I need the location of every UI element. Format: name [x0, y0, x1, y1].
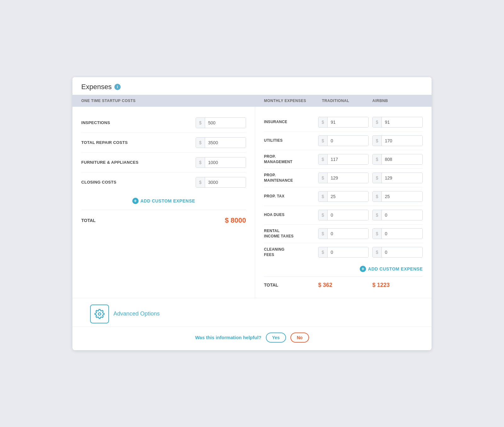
- right-traditional-input-group: $: [318, 247, 369, 258]
- card-header: Expenses i: [72, 77, 432, 95]
- right-traditional-input-group: $: [318, 135, 369, 146]
- left-expense-input[interactable]: [205, 177, 246, 187]
- add-icon: +: [132, 198, 139, 204]
- right-airbnb-input-group: $: [372, 228, 423, 239]
- currency-prefix: $: [318, 210, 328, 220]
- right-expense-label: RENTALINCOME TAXES: [264, 228, 314, 239]
- col-header-monthly: MONTHLY EXPENSES: [264, 99, 322, 103]
- right-expense-row: PROP. TAX $ $: [264, 187, 423, 206]
- right-add-custom-expense-button[interactable]: + ADD CUSTOM EXPENSE: [264, 261, 423, 277]
- right-traditional-input-group: $: [318, 154, 369, 165]
- gear-box[interactable]: [90, 305, 109, 323]
- right-airbnb-input[interactable]: [382, 191, 422, 202]
- left-expense-input[interactable]: [205, 138, 246, 148]
- left-column: INSPECTIONS $ TOTAL REPAIR COSTS $ FURNI…: [72, 107, 255, 298]
- info-icon[interactable]: i: [114, 84, 121, 90]
- right-total-row: TOTAL $ 362 $ 1223: [264, 277, 423, 292]
- add-custom-label: ADD CUSTOM EXPENSE: [140, 198, 195, 203]
- currency-prefix: $: [373, 210, 382, 220]
- left-expense-input[interactable]: [205, 118, 246, 128]
- col-header-traditional: TRADITIONAL: [322, 99, 372, 103]
- left-total-label: TOTAL: [81, 218, 95, 223]
- right-column: INSURANCE $ $ UTILITIES $ $ PROP.MANAGEM…: [255, 107, 432, 298]
- currency-prefix: $: [318, 247, 328, 257]
- right-traditional-input[interactable]: [328, 229, 368, 239]
- right-traditional-input[interactable]: [328, 136, 368, 146]
- currency-prefix: $: [318, 154, 328, 164]
- currency-prefix: $: [196, 138, 205, 148]
- currency-prefix: $: [318, 136, 328, 146]
- currency-prefix: $: [373, 117, 382, 127]
- right-add-icon: +: [360, 266, 366, 272]
- right-expense-row: CLEANINGFEES $ $: [264, 243, 423, 261]
- col-header-startup: ONE TIME STARTUP COSTS: [81, 99, 264, 103]
- right-airbnb-input[interactable]: [382, 247, 422, 257]
- advanced-options-label[interactable]: Advanced Options: [113, 310, 160, 317]
- right-expense-label: PROP.MAINTENANCE: [264, 173, 314, 183]
- left-expense-label: CLOSING COSTS: [81, 180, 196, 185]
- left-input-group: $: [196, 177, 246, 188]
- right-total-label: TOTAL: [264, 282, 314, 288]
- right-airbnb-input[interactable]: [382, 117, 422, 127]
- col-header-airbnb: AIRBNB: [372, 99, 423, 103]
- bottom-inner: Advanced Options: [72, 298, 432, 327]
- right-airbnb-input[interactable]: [382, 136, 422, 146]
- right-traditional-input[interactable]: [328, 247, 368, 257]
- helpful-row: Was this information helpful? Yes No: [72, 327, 432, 350]
- left-total-value: $ 8000: [225, 216, 246, 225]
- right-airbnb-input[interactable]: [382, 173, 422, 183]
- right-airbnb-input-group: $: [372, 247, 423, 258]
- no-button[interactable]: No: [290, 333, 309, 343]
- right-traditional-input[interactable]: [328, 191, 368, 202]
- right-traditional-input[interactable]: [328, 154, 368, 164]
- bottom-section: Advanced Options Was this information he…: [72, 298, 432, 350]
- right-traditional-input[interactable]: [328, 173, 368, 183]
- advanced-options-row: Advanced Options: [81, 298, 246, 327]
- helpful-text: Was this information helpful?: [195, 335, 261, 340]
- yes-button[interactable]: Yes: [266, 333, 286, 343]
- page-title: Expenses: [81, 83, 112, 91]
- right-expense-row: INSURANCE $ $: [264, 113, 423, 132]
- left-expense-label: TOTAL REPAIR COSTS: [81, 140, 196, 145]
- right-traditional-input[interactable]: [328, 117, 368, 127]
- main-content: INSPECTIONS $ TOTAL REPAIR COSTS $ FURNI…: [72, 107, 432, 298]
- right-expense-row: PROP.MANAGEMENT $ $: [264, 150, 423, 169]
- currency-prefix: $: [373, 173, 382, 183]
- currency-prefix: $: [318, 191, 328, 202]
- right-expense-row: RENTALINCOME TAXES $ $: [264, 225, 423, 243]
- left-input-group: $: [196, 157, 246, 168]
- currency-prefix: $: [373, 191, 382, 202]
- currency-prefix: $: [373, 229, 382, 239]
- left-expense-label: INSPECTIONS: [81, 120, 196, 125]
- add-custom-expense-button[interactable]: + ADD CUSTOM EXPENSE: [81, 192, 246, 210]
- right-airbnb-input[interactable]: [382, 210, 422, 220]
- right-expense-label: PROP.MANAGEMENT: [264, 154, 314, 165]
- right-airbnb-input-group: $: [372, 117, 423, 128]
- right-expense-label: INSURANCE: [264, 119, 314, 125]
- right-traditional-input[interactable]: [328, 210, 368, 220]
- right-airbnb-input[interactable]: [382, 154, 422, 164]
- left-expense-label: FURNITURE & APPLIANCES: [81, 160, 196, 165]
- right-traditional-input-group: $: [318, 210, 369, 220]
- right-expense-label: PROP. TAX: [264, 194, 314, 199]
- right-airbnb-input-group: $: [372, 135, 423, 146]
- currency-prefix: $: [196, 157, 205, 168]
- expenses-card: Expenses i ONE TIME STARTUP COSTS MONTHL…: [72, 77, 432, 350]
- right-expense-row: PROP.MAINTENANCE $ $: [264, 169, 423, 187]
- left-expense-input[interactable]: [205, 157, 246, 168]
- right-expense-row: UTILITIES $ $: [264, 132, 423, 150]
- right-airbnb-input-group: $: [372, 210, 423, 220]
- currency-prefix: $: [373, 247, 382, 257]
- bottom-left: Advanced Options: [72, 298, 255, 327]
- left-input-group: $: [196, 137, 246, 148]
- gear-icon: [94, 309, 105, 319]
- right-airbnb-input-group: $: [372, 154, 423, 165]
- right-traditional-input-group: $: [318, 173, 369, 183]
- right-expense-label: UTILITIES: [264, 138, 314, 143]
- left-expense-row: CLOSING COSTS $: [81, 173, 246, 192]
- right-expense-label: HOA DUES: [264, 212, 314, 218]
- right-airbnb-input[interactable]: [382, 229, 422, 239]
- currency-prefix: $: [318, 229, 328, 239]
- right-add-custom-label: ADD CUSTOM EXPENSE: [368, 266, 423, 271]
- svg-point-0: [98, 313, 101, 315]
